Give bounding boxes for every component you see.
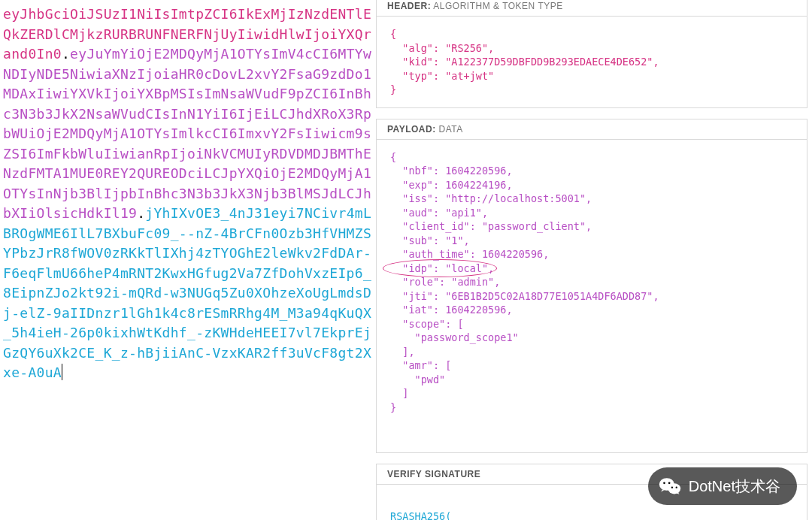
svg-point-1 (668, 483, 680, 494)
wechat-watermark[interactable]: DotNet技术谷 (648, 467, 797, 505)
token-dot: . (62, 46, 70, 62)
role-highlight-oval (383, 259, 497, 277)
watermark-text: DotNet技术谷 (689, 476, 780, 497)
svg-point-5 (675, 487, 677, 488)
text-cursor (62, 364, 62, 380)
header-json[interactable]: { "alg": "RS256", "kid": "A122377D59DBFD… (377, 17, 807, 107)
svg-point-4 (671, 487, 673, 488)
payload-panel-title: PAYLOAD: DATA (377, 119, 807, 140)
header-panel-title: HEADER: ALGORITHM & TOKEN TYPE (377, 0, 807, 17)
header-panel: HEADER: ALGORITHM & TOKEN TYPE { "alg": … (376, 0, 807, 108)
wechat-icon (659, 475, 681, 497)
token-signature-segment: jYhIXvOE3_4nJ31eyi7NCivr4mLBROgWME6IlL7B… (3, 205, 371, 380)
payload-panel: PAYLOAD: DATA { "nbf": 1604220596, "exp"… (376, 119, 807, 454)
token-dot: . (137, 205, 145, 221)
decoded-pane: HEADER: ALGORITHM & TOKEN TYPE { "alg": … (376, 0, 812, 520)
encoded-token-pane: eyJhbGciOiJSUzI1NiIsImtpZCI6IkExMjIzNzdE… (0, 0, 376, 520)
token-payload-segment: eyJuYmYiOjE2MDQyMjA1OTYsImV4cCI6MTYwNDIy… (3, 46, 371, 221)
svg-point-2 (663, 482, 665, 485)
svg-point-3 (668, 482, 671, 485)
payload-json[interactable]: { "nbf": 1604220596, "exp": 1604224196, … (377, 140, 807, 453)
jwt-token[interactable]: eyJhbGciOiJSUzI1NiIsImtpZCI6IkExMjIzNzdE… (3, 5, 376, 383)
